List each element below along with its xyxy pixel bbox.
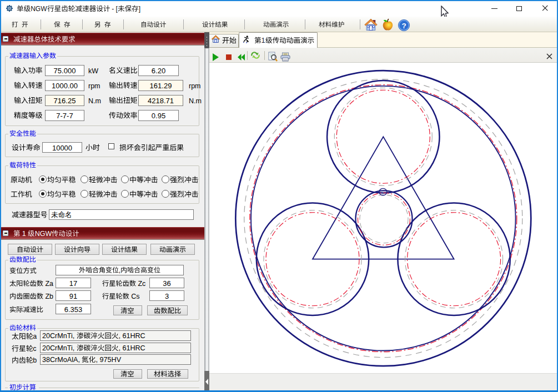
svg-text:?: ? [401, 22, 406, 30]
